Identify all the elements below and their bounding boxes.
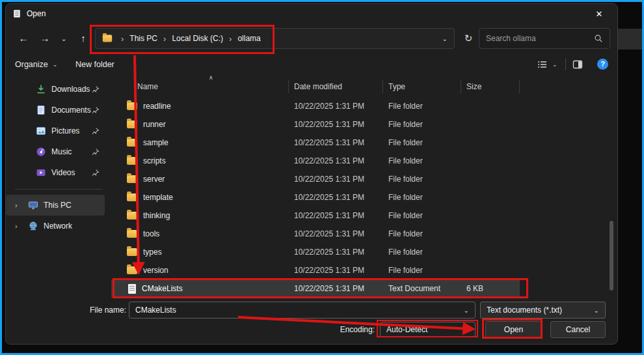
column-header-type[interactable]: Type (383, 80, 461, 93)
recent-locations-button[interactable]: ⌄ (57, 28, 71, 49)
address-dropdown-icon[interactable]: ⌄ (437, 35, 448, 42)
forward-button[interactable]: → (35, 28, 55, 49)
file-name: readline (143, 102, 171, 111)
sidebar-item-videos[interactable]: Videos (6, 162, 111, 183)
file-row-tools[interactable]: tools 10/22/2025 1:31 PM File folder (111, 225, 520, 243)
folder-icon (127, 139, 137, 147)
column-header-name[interactable]: Name (118, 80, 289, 93)
file-date: 10/22/2025 1:31 PM (289, 284, 383, 293)
cancel-button[interactable]: Cancel (550, 321, 606, 338)
sidebar: Downloads Documents Pictures (6, 76, 111, 297)
sidebar-item-music[interactable]: Music (6, 141, 111, 162)
sidebar-item-pictures[interactable]: Pictures (6, 121, 111, 141)
breadcrumb-item-this-pc[interactable]: This PC (129, 34, 157, 43)
chevron-down-icon: ⌄ (552, 61, 557, 68)
sidebar-item-this-pc[interactable]: › This PC (6, 195, 105, 216)
sidebar-item-documents[interactable]: Documents (6, 100, 111, 121)
search-box[interactable] (479, 28, 610, 49)
file-date: 10/22/2025 1:31 PM (289, 229, 383, 238)
file-row-readline[interactable]: readline 10/22/2025 1:31 PM File folder (111, 97, 520, 115)
pin-icon (91, 148, 100, 156)
file-date: 10/22/2025 1:31 PM (289, 248, 383, 257)
file-date: 10/22/2025 1:31 PM (289, 193, 383, 202)
encoding-select[interactable]: Auto-Detect ⌄ (380, 322, 476, 337)
file-name: runner (143, 120, 166, 129)
file-row-types[interactable]: types 10/22/2025 1:31 PM File folder (111, 243, 520, 261)
file-type: File folder (383, 156, 461, 165)
organize-label: Organize (15, 60, 48, 69)
back-button[interactable]: ← (14, 28, 33, 49)
window-title: Open (27, 9, 46, 18)
file-rows: readline 10/22/2025 1:31 PM File folder … (111, 97, 520, 298)
close-button[interactable]: ✕ (587, 9, 611, 19)
organize-button[interactable]: Organize ⌄ (15, 53, 57, 76)
file-row-sample[interactable]: sample 10/22/2025 1:31 PM File folder (111, 134, 520, 152)
views-button[interactable] (537, 59, 548, 70)
sidebar-item-label: Documents (51, 106, 91, 115)
pictures-icon (36, 126, 46, 136)
folder-icon (127, 266, 137, 274)
chevron-down-icon: ⌄ (590, 307, 599, 314)
file-name-input[interactable] (135, 305, 460, 315)
file-name: template (143, 193, 173, 202)
file-row-cmakelists-selected[interactable]: CMakeLists 10/22/2025 1:31 PM Text Docum… (111, 279, 520, 298)
up-button[interactable]: ↑ (74, 28, 93, 49)
column-header-size[interactable]: Size (461, 80, 520, 93)
file-name-combobox[interactable]: ⌄ (129, 302, 476, 319)
sidebar-item-label: Music (51, 147, 72, 156)
sidebar-item-label: Videos (51, 168, 75, 177)
search-input[interactable] (479, 34, 594, 43)
breadcrumb-separator-icon: › (223, 34, 237, 44)
chevron-down-icon: ⌄ (460, 326, 469, 334)
dialog-footer: File name: ⌄ Text documents (*.txt) ⌄ En… (6, 297, 617, 345)
music-icon (36, 147, 46, 157)
address-bar[interactable]: › This PC › Local Disk (C:) › ollama ⌄ (95, 28, 455, 49)
window-icon (12, 9, 21, 18)
chevron-down-icon[interactable]: ⌄ (460, 307, 469, 314)
column-header-date-modified[interactable]: Date modified (289, 80, 383, 93)
help-button[interactable]: ? (597, 59, 608, 70)
file-row-version[interactable]: version 10/22/2025 1:31 PM File folder (111, 261, 520, 279)
views-dropdown-button[interactable]: ⌄ (552, 53, 557, 76)
file-type: File folder (383, 138, 461, 147)
address-folder-icon (103, 35, 112, 42)
open-button[interactable]: Open (485, 321, 542, 338)
file-type: File folder (383, 193, 461, 202)
chevron-right-icon[interactable]: › (15, 222, 24, 230)
file-row-thinking[interactable]: thinking 10/22/2025 1:31 PM File folder (111, 206, 520, 225)
sidebar-item-downloads[interactable]: Downloads (6, 79, 111, 100)
breadcrumb-item-local-disk-c[interactable]: Local Disk (C:) (172, 34, 223, 43)
folder-icon (127, 212, 137, 220)
folder-icon (127, 121, 137, 128)
file-date: 10/22/2025 1:31 PM (289, 102, 383, 111)
open-dialog: Open ✕ ← → ⌄ ↑ › This PC › Local Disk (C… (5, 3, 618, 345)
file-row-template[interactable]: template 10/22/2025 1:31 PM File folder (111, 188, 520, 206)
file-row-server[interactable]: server 10/22/2025 1:31 PM File folder (111, 170, 520, 188)
file-type: Text Document (383, 284, 461, 293)
scrollbar-thumb[interactable] (610, 221, 613, 291)
file-row-scripts[interactable]: scripts 10/22/2025 1:31 PM File folder (111, 152, 520, 170)
videos-icon (36, 167, 46, 178)
file-type: File folder (383, 229, 461, 238)
sidebar-item-network[interactable]: › Network (6, 216, 105, 236)
sidebar-divider (15, 189, 102, 190)
refresh-button[interactable]: ↻ (459, 28, 478, 49)
encoding-label: Encoding: (302, 321, 375, 338)
screen: Open ✕ ← → ⌄ ↑ › This PC › Local Disk (C… (0, 0, 644, 355)
folder-icon (127, 157, 137, 165)
file-type: File folder (383, 266, 461, 275)
breadcrumb-separator-icon: › (115, 34, 129, 44)
preview-pane-button[interactable] (572, 59, 584, 70)
sidebar-item-label: Network (44, 221, 72, 231)
breadcrumb-item-ollama[interactable]: ollama (237, 34, 260, 43)
chevron-right-icon[interactable]: › (15, 201, 24, 209)
file-type: File folder (383, 248, 461, 257)
new-folder-button[interactable]: New folder (75, 53, 114, 76)
chevron-down-icon: ⌄ (53, 61, 58, 68)
file-date: 10/22/2025 1:31 PM (289, 120, 383, 129)
background-app-strip (618, 29, 642, 50)
file-type: File folder (383, 211, 461, 220)
file-type-select[interactable]: Text documents (*.txt) ⌄ (480, 302, 606, 319)
file-name: types (143, 248, 162, 257)
file-row-runner[interactable]: runner 10/22/2025 1:31 PM File folder (111, 115, 520, 134)
